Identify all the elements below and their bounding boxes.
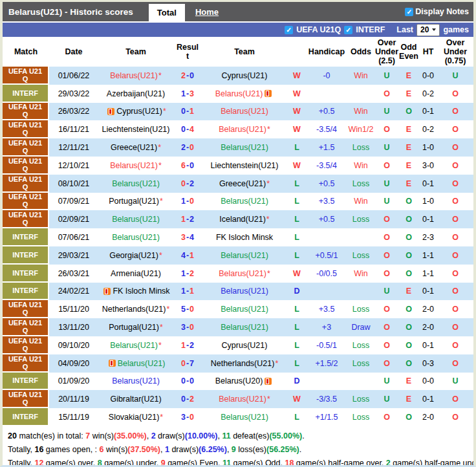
home-team-name: Belarus(U21) (118, 359, 166, 368)
handicap-result: W (287, 67, 307, 85)
match-row: UEFA U21Q15/11/20Netherlands(U21)*5-0Bel… (3, 300, 473, 318)
odd-even: O (398, 336, 419, 354)
away-team: Belarus(U21) (202, 408, 287, 426)
summary-segment: (56.25%) (266, 445, 299, 454)
match-date: 08/10/21 (49, 175, 98, 193)
odd-even: E (398, 373, 419, 391)
match-date: 29/03/22 (49, 85, 98, 103)
handicap-line (307, 283, 347, 301)
table-header: MatchDateTeamResultTeamHandicapOddsOver … (3, 37, 473, 67)
match-row: UEFA U21Q02/09/21Belarus(U21)1-2Iceland(… (3, 210, 473, 228)
home-team: Belarus(U21)* (98, 157, 173, 175)
half-time-score: 1-1 (419, 246, 437, 265)
away-team: Cyprus(U21) (202, 67, 287, 85)
score: 0-1 (173, 103, 202, 121)
away-team-name: Belarus(U21) (219, 395, 266, 404)
away-team: Belarus(U21) (202, 85, 287, 103)
away-team-name: Belarus(U21) (221, 305, 268, 314)
handicap-line: +0.5 (307, 210, 347, 228)
page: Belarus(U21) - Historic scores Total Hom… (0, 0, 476, 467)
home-goals: 1 (181, 197, 186, 206)
over-under-25: O (375, 318, 398, 336)
home-team: Belarus(U21) (98, 228, 173, 246)
badge-line: UEFA U21 (8, 175, 42, 183)
home-team: Azerbaijan(U21) (98, 85, 173, 103)
handicap-line: -3.5/4 (307, 157, 347, 175)
half-time-score: 0-3 (419, 354, 437, 373)
home-goals: 0 (181, 359, 186, 368)
handicap-odds: Win (347, 103, 375, 121)
header-result: Result (173, 37, 202, 67)
badge-line: INTERF (12, 269, 38, 277)
score: 0-7 (173, 354, 202, 373)
home-team-name: Netherlands(U21) (102, 305, 166, 314)
over-under-25: U (375, 390, 398, 408)
home-team-name: Georgia(U21) (109, 251, 158, 260)
display-notes-checkbox[interactable]: ✓ (405, 8, 413, 16)
home-goals: 1 (181, 215, 186, 224)
card-icon (265, 378, 272, 385)
handicap-line (307, 373, 347, 391)
competition-badge: UEFA U21Q (3, 120, 49, 138)
over-under-075: O (437, 120, 473, 138)
home-team: Slovakia(U21)* (98, 408, 173, 426)
tab-home[interactable]: Home (195, 7, 219, 17)
competition-badge: INTERF (3, 265, 49, 283)
summary-segment: . (302, 431, 304, 440)
match-date: 16/11/21 (49, 120, 98, 138)
tab-total[interactable]: Total (149, 4, 185, 21)
header-handicap: Handicap (307, 37, 347, 67)
home-advantage-star: * (160, 323, 163, 332)
header-team: Team (98, 37, 173, 67)
score-dash: - (186, 71, 189, 80)
handicap-line: +1.5 (307, 138, 347, 157)
match-date: 09/10/20 (49, 336, 98, 354)
handicap-odds: Loss (347, 138, 375, 157)
odd-even: O (398, 210, 419, 228)
handicap-odds: Win1/2 (347, 120, 375, 138)
uefa-u21q-checkbox[interactable]: ✓ (285, 26, 293, 34)
half-time-score: 0-0 (419, 373, 437, 391)
match-row: INTERF24/02/21FK Isloch Minsk1-1Belarus(… (3, 283, 473, 301)
home-team-name: Portugal(U21) (109, 323, 159, 332)
away-team-name: Netherlands(U21) (211, 359, 275, 368)
over-under-075: O (437, 157, 473, 175)
score: 3-0 (173, 408, 202, 426)
summary-segment: 9 (232, 445, 236, 454)
home-goals: 1 (181, 287, 186, 296)
half-time-score: 0-0 (419, 67, 437, 85)
match-row: UEFA U21Q04/09/20Belarus(U21)0-7Netherla… (3, 354, 473, 373)
handicap-result: L (287, 318, 307, 336)
home-team-name: Belarus(U21) (112, 215, 160, 224)
page-title: Belarus(U21) - Historic scores (8, 7, 133, 17)
last-games-select[interactable]: 20 (416, 24, 440, 36)
half-time-score: 2-0 (419, 318, 437, 336)
over-under-075: U (437, 373, 473, 391)
summary-line: Totally, 16 games open, : 6 win(s)(37.50… (8, 443, 468, 457)
summary-segment: game(s) Even, (166, 459, 222, 467)
half-time-score: 2-3 (419, 228, 437, 246)
handicap-result: D (287, 283, 307, 301)
score: 6-0 (173, 157, 202, 175)
handicap-line: -0 (307, 67, 347, 85)
competition-badge: INTERF (3, 373, 49, 391)
score: 3-0 (173, 318, 202, 336)
match-row: UEFA U21Q13/11/20Portugal(U21)*3-0Belaru… (3, 318, 473, 336)
competition-badge: UEFA U21Q (3, 67, 49, 85)
score: 1-2 (173, 336, 202, 354)
over-under-25: O (375, 85, 398, 103)
interf-checkbox[interactable]: ✓ (344, 26, 352, 34)
odd-even: O (398, 193, 419, 211)
away-team-name: Belarus(U21) (221, 287, 268, 296)
home-team-name: Greece(U21) (111, 143, 157, 152)
odd-even: E (398, 157, 419, 175)
score-dash: - (186, 395, 189, 404)
over-under-25: U (375, 193, 398, 211)
card-icon (107, 108, 114, 115)
away-goals: 0 (189, 161, 194, 170)
away-goals: 4 (189, 125, 194, 134)
home-advantage-star: * (158, 161, 162, 170)
match-date: 02/09/21 (49, 210, 98, 228)
odd-even: E (398, 175, 419, 193)
home-team: Belarus(U21) (98, 175, 173, 193)
